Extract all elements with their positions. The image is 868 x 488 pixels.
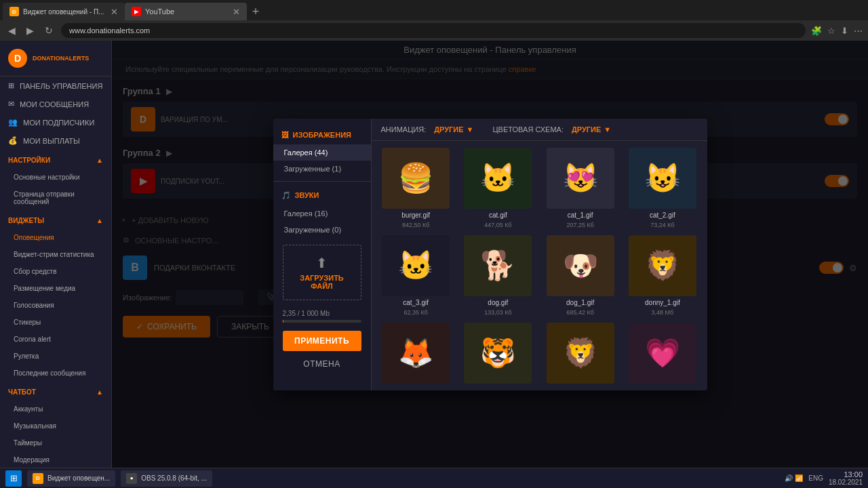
gif-item-cat2[interactable]: 😺 cat_2.gif 73,24 Кб <box>625 148 700 228</box>
start-button[interactable]: ⊞ <box>5 470 22 487</box>
tab2-label: YouTube <box>145 7 174 16</box>
apply-button[interactable]: ПРИМЕНИТЬ <box>283 331 361 351</box>
sidebar-section-widgets: ВИДЖЕТЫ ▲ <box>0 210 111 229</box>
gif-item-8[interactable]: 🦊 <box>378 323 454 384</box>
stream-stats-label: Виджет-стрим статистика <box>14 251 94 258</box>
gif-item-cat3[interactable]: 🐱 cat_3.gif 62,35 Кб <box>378 235 454 316</box>
sidebar-item-subscribers[interactable]: 👥 МОИ ПОДПИСЧИКИ <box>0 113 111 131</box>
music-section-icon: 🎵 <box>281 191 291 200</box>
modal-images-section: 🖼 ИЗОБРАЖЕНИЯ <box>273 125 371 144</box>
chatbot-section-label: ЧАТБОТ <box>8 388 36 396</box>
sidebar-item-fundraising[interactable]: Сбор средств <box>0 263 111 280</box>
sidebar-payouts-label: МОИ ВЫПЛАТЫ <box>23 137 80 145</box>
gif-size-donny: 3,48 Мб <box>652 309 674 316</box>
media-label: Размещение медиа <box>14 285 75 292</box>
back-button[interactable]: ◀ <box>5 24 18 37</box>
modal-sounds-uploads[interactable]: Загруженные (0) <box>273 222 371 238</box>
taskbar-app-browser[interactable]: D Виджет оповещен... <box>27 470 115 487</box>
sidebar-item-accounts[interactable]: Аккаунты <box>0 401 111 418</box>
reload-button[interactable]: ↻ <box>42 24 56 37</box>
color-scheme-dropdown[interactable]: ДРУГИЕ ▼ <box>572 125 611 134</box>
sidebar-item-media[interactable]: Размещение медиа <box>0 280 111 297</box>
accounts-label: Аккаунты <box>14 405 43 413</box>
extensions-icon[interactable]: 🧩 <box>811 26 822 36</box>
modal-top-bar: АНИМАЦИЯ: ДРУГИЕ ▼ ЦВЕТОВАЯ СХЕМА: ДРУГИ… <box>372 119 707 141</box>
color-scheme-value: ДРУГИЕ <box>572 125 601 134</box>
tab-1[interactable]: D Виджет оповещений - П... ✕ <box>3 3 125 20</box>
gif-thumb-cat: 🐱 <box>464 148 532 209</box>
sidebar-item-stickers[interactable]: Стикеры <box>0 314 111 331</box>
tab1-close[interactable]: ✕ <box>111 7 118 17</box>
sidebar-item-moderation[interactable]: Модерация <box>0 451 111 468</box>
gif-item-donny[interactable]: 🦁 donny_1.gif 3,48 Мб <box>625 235 700 316</box>
gif-thumb-cat3: 🐱 <box>382 235 450 296</box>
modal-sounds-gallery[interactable]: Галерея (16) <box>273 205 371 222</box>
system-tray: 🔊 📶 <box>785 474 803 482</box>
gif-item-dog[interactable]: 🐕 dog.gif 133,03 Кб <box>460 235 536 316</box>
gif-item-cat[interactable]: 🐱 cat.gif 447,05 Кб <box>460 148 536 228</box>
sidebar-item-timers[interactable]: Таймеры <box>0 434 111 451</box>
gif-thumb-dog: 🐕 <box>464 235 532 296</box>
settings-icon[interactable]: ⋯ <box>854 26 863 36</box>
logo-text: DONATIONALERTS <box>33 55 89 62</box>
sidebar-item-corona[interactable]: Corona alert <box>0 331 111 348</box>
sidebar-item-last-messages[interactable]: Последние сообщения <box>0 365 111 382</box>
taskbar: ⊞ D Виджет оповещен... ● OBS 25.0.8 (64-… <box>0 468 868 488</box>
modal-gallery-item[interactable]: Галерея (44) <box>273 144 371 161</box>
chevron-down-icon: ▼ <box>467 125 474 134</box>
sidebar-item-stream-stats[interactable]: Виджет-стрим статистика <box>0 246 111 263</box>
gif-size-cat: 447,05 Кб <box>484 222 511 228</box>
progress-text: 2,35 / 1 000 Mb <box>283 310 330 317</box>
gif-size-burger: 842,50 Кб <box>402 222 429 228</box>
gif-item-10[interactable]: 🦁 <box>542 323 618 384</box>
subscribers-icon: 👥 <box>8 118 18 127</box>
gif-item-cat1[interactable]: 😻 cat_1.gif 207,25 Кб <box>542 148 618 228</box>
gif-size-cat1: 207,25 Кб <box>566 222 593 228</box>
gif-size-cat3: 62,35 Кб <box>403 309 427 316</box>
taskbar-app-obs[interactable]: ● OBS 25.0.8 (64-bit, ... <box>121 470 212 487</box>
tab1-label: Виджет оповещений - П... <box>23 8 104 16</box>
taskbar-browser-icon: D <box>33 473 43 484</box>
gif-thumb-cat1: 😻 <box>547 148 614 209</box>
gif-item-dog1[interactable]: 🐶 dog_1.gif 685,42 Кб <box>542 235 618 316</box>
tab2-close[interactable]: ✕ <box>233 7 240 17</box>
modal-uploads-item[interactable]: Загруженные (1) <box>273 161 371 177</box>
animation-dropdown[interactable]: ДРУГИЕ ▼ <box>434 125 473 134</box>
sidebar-item-dashboard[interactable]: ⊞ ПАНЕЛЬ УПРАВЛЕНИЯ <box>0 77 111 95</box>
lang-indicator[interactable]: ENG <box>808 474 823 482</box>
sidebar-item-payouts[interactable]: 💰 МОИ ВЫПЛАТЫ <box>0 131 111 150</box>
last-messages-label: Последние сообщения <box>14 369 85 377</box>
sidebar: D DONATIONALERTS ⊞ ПАНЕЛЬ УПРАВЛЕНИЯ ✉ М… <box>0 41 112 488</box>
dashboard-icon: ⊞ <box>8 81 14 90</box>
sidebar-item-send-page[interactable]: Страница отправки сообщений <box>0 186 111 210</box>
widgets-section-label: ВИДЖЕТЫ <box>8 217 44 224</box>
sidebar-item-messages[interactable]: ✉ МОИ СООБЩЕНИЯ <box>0 95 111 113</box>
gif-item-9[interactable]: 🐯 <box>460 323 536 384</box>
voting-label: Голосования <box>14 302 54 309</box>
sidebar-item-music[interactable]: Музыкальная <box>0 418 111 434</box>
sidebar-subscribers-label: МОИ ПОДПИСЧИКИ <box>23 119 94 127</box>
modal-upload-area[interactable]: ⬆ ЗАГРУЗИТЬ ФАЙЛ <box>283 245 361 300</box>
tab-2[interactable]: ▶ YouTube ✕ <box>125 3 247 20</box>
new-tab-button[interactable]: + <box>247 3 264 20</box>
corona-label: Corona alert <box>14 336 51 343</box>
gif-item-11[interactable]: 💗 <box>625 323 700 384</box>
bookmark-icon[interactable]: ☆ <box>827 26 835 36</box>
gif-thumb-9: 🐯 <box>464 323 532 384</box>
sidebar-item-roulette[interactable]: Рулетка <box>0 348 111 365</box>
upload-label: ЗАГРУЗИТЬ ФАЙЛ <box>293 274 351 290</box>
sidebar-item-basic-settings[interactable]: Основные настройки <box>0 169 111 186</box>
animation-value: ДРУГИЕ <box>434 125 463 134</box>
gif-name-dog1: dog_1.gif <box>566 299 594 306</box>
sidebar-item-alerts[interactable]: Оповещения <box>0 229 111 246</box>
forward-button[interactable]: ▶ <box>24 24 37 37</box>
gif-name-dog: dog.gif <box>488 299 508 306</box>
gif-item-burger[interactable]: 🍔 burger.gif 842,50 Кб <box>378 148 454 228</box>
tab2-favicon: ▶ <box>132 7 141 16</box>
download-icon[interactable]: ⬇ <box>841 26 848 36</box>
modal-cancel-button[interactable]: ОТМЕНА <box>283 355 361 373</box>
url-input[interactable] <box>61 23 806 38</box>
modal-divider <box>273 181 371 182</box>
settings-section-label: НАСТРОЙКИ <box>8 157 50 164</box>
sidebar-item-voting[interactable]: Голосования <box>0 297 111 314</box>
